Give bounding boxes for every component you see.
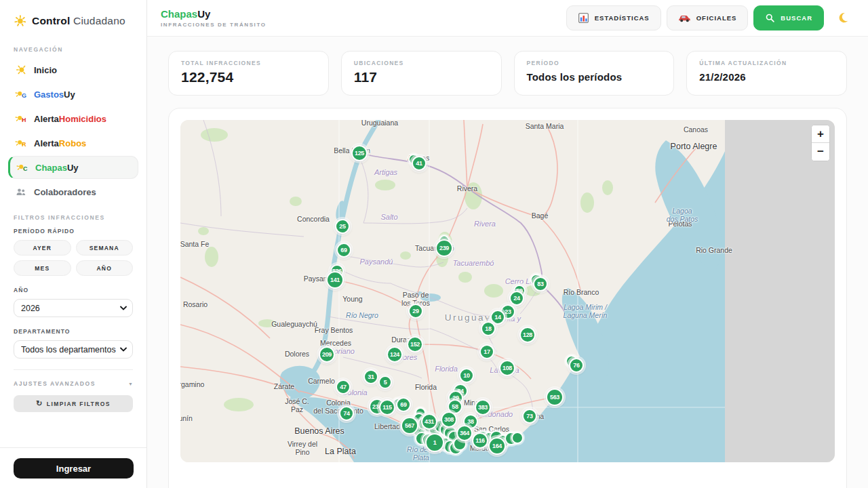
map-cluster-marker[interactable]: 69 [396,397,411,412]
map-place-label: Rio Grande [696,246,732,254]
stat-value: Todos los períodos [527,71,662,83]
map-cluster-marker[interactable]: 73 [522,409,537,424]
sun-icon [15,64,27,76]
map-place-label: Libertad [374,422,400,430]
map-cluster-marker[interactable]: 24 [509,291,524,306]
map-place-label: José C. Paz [285,397,309,413]
map-cluster-marker[interactable]: 567 [401,417,418,434]
sidebar-item-inicio[interactable]: Inicio [8,58,138,81]
stat-card-total: TOTAL INFRACCIONES 122,754 [168,51,329,96]
map-place-label: Gualeguaychú [271,320,317,328]
map-place-label: Salto [380,213,397,222]
page-subtitle: INFRACCIONES DE TRÁNSITO [161,22,267,28]
sidebar-item-colaboradores[interactable]: Colaboradores [8,180,138,203]
statistics-button[interactable]: ESTADÍSTICAS [566,5,661,30]
map-cluster-marker[interactable]: 10 [459,368,474,383]
map-cluster-marker[interactable]: 29 [408,304,423,319]
clear-filters-button[interactable]: ↻ LIMPIAR FILTROS [14,395,133,412]
map-place-label: Pergamino [180,380,204,388]
map-canvas[interactable]: UruguaianaSanta MariaCanoasPorto AlegreP… [180,120,835,462]
year-select[interactable]: 2026 [14,299,133,317]
map-place-label: Concordia [297,215,330,223]
stat-value: 122,754 [181,69,316,85]
topbar-actions: ESTADÍSTICAS OFICIALES BUSCAR [566,5,850,30]
map-place-label: Tacuarembó [453,259,494,268]
stat-value: 21/2/2026 [699,71,834,83]
svg-text:H: H [22,117,26,123]
caret-down-icon: ▼ [128,382,133,386]
chip-anio[interactable]: AÑO [76,260,134,276]
map-cluster-marker[interactable]: 364 [456,425,473,441]
map-cluster-marker[interactable]: 383 [475,399,491,415]
map-place-label: Río Negro [346,311,378,319]
map-cluster-marker[interactable]: 125 [351,145,368,161]
map-cluster-marker[interactable]: 141 [326,271,344,289]
sidebar: Control Ciudadano NAVEGACIÓN Inicio [0,0,147,488]
topbar: ChapasUy INFRACCIONES DE TRÁNSITO ESTADÍ… [147,0,868,37]
sidebar-item-alertahomicidios[interactable]: H AlertaHomicidios [8,107,138,130]
map-cluster-marker[interactable]: 41 [412,156,427,171]
chip-semana[interactable]: SEMANA [76,240,134,256]
map-cluster-marker[interactable]: 563 [546,388,564,406]
divider [14,369,133,370]
car-icon [678,13,691,23]
sun-logo-icon [14,15,26,27]
dark-mode-toggle[interactable] [837,12,850,24]
map-cluster-marker[interactable] [511,432,524,444]
year-label: AÑO [14,287,133,293]
map-cluster-marker[interactable]: 5 [378,375,392,389]
officials-button[interactable]: OFICIALES [667,5,749,30]
map-cluster-marker[interactable]: 47 [336,380,351,394]
map-place-label: Pelotas [668,220,692,228]
map-cluster-marker[interactable]: 69 [336,243,351,258]
zoom-in-button[interactable]: + [812,125,829,143]
login-button[interactable]: Ingresar [14,458,134,479]
sidebar-item-gastosuy[interactable]: G GastosUy [8,83,138,106]
filters-section-label: FILTROS INFRACCIONES [0,214,146,221]
zoom-out-button[interactable]: − [812,143,829,161]
advanced-settings-toggle[interactable]: AJUSTES AVANZADOS ▼ [0,380,146,387]
map-cluster-marker[interactable]: 431 [421,413,437,430]
map-cluster-marker[interactable]: 83 [533,277,548,291]
map-cluster-marker[interactable]: 152 [407,336,423,352]
map-cluster-marker[interactable]: 76 [569,358,584,373]
map-place-label: Artigas [374,168,397,177]
map-cluster-marker[interactable]: 164 [488,437,506,455]
map-cluster-marker[interactable]: 124 [387,346,403,363]
sidebar-item-label: ChapasUy [35,163,79,173]
map-cluster-marker[interactable]: 17 [479,344,494,359]
people-icon [15,186,27,198]
map-cluster-marker[interactable]: 31 [363,369,378,384]
map-cluster-marker[interactable]: 209 [319,346,335,363]
sidebar-item-chapasuy[interactable]: C ChapasUy [8,156,138,179]
map-place-label: Rivera [457,184,477,192]
map-cluster-marker[interactable]: 25 [335,219,350,234]
department-select[interactable]: Todos los departamentos [14,340,133,359]
map-cluster-marker[interactable]: 74 [339,406,354,421]
sidebar-item-alertarobos[interactable]: R AlertaRobos [8,131,138,155]
search-button[interactable]: BUSCAR [753,5,824,30]
sidebar-item-label: Colaboradores [34,187,96,197]
map-cluster-marker[interactable]: 18 [481,321,496,336]
map-place-label: Rosario [183,300,208,308]
map-cluster-marker[interactable]: 128 [519,327,536,343]
chip-ayer[interactable]: AYER [14,240,71,256]
map-cluster-marker[interactable]: 1 [425,433,444,452]
period-chips: AYER SEMANA MES AÑO [14,240,133,276]
map-place-label: Santa Maria [526,122,564,130]
map-place-label: Santa Fe [180,240,209,248]
sun-h-icon: H [15,113,27,125]
chip-mes[interactable]: MES [14,260,71,276]
search-icon [765,13,775,23]
brand-name: Control Ciudadano [32,15,125,27]
map-place-label: Virrey del Pino [288,440,317,456]
map-cluster-marker[interactable]: 108 [499,360,515,376]
map-cluster-marker[interactable]: 308 [441,411,457,428]
brand-logo[interactable]: Control Ciudadano [0,0,146,39]
svg-text:C: C [23,165,28,172]
map-place-label: Porto Alegre [671,142,717,151]
map-place-label: La Plata [325,447,356,456]
map-cluster-marker[interactable]: 115 [379,399,395,415]
map-cluster-marker[interactable]: 239 [435,239,453,257]
map-cluster-marker[interactable]: 116 [472,432,488,449]
